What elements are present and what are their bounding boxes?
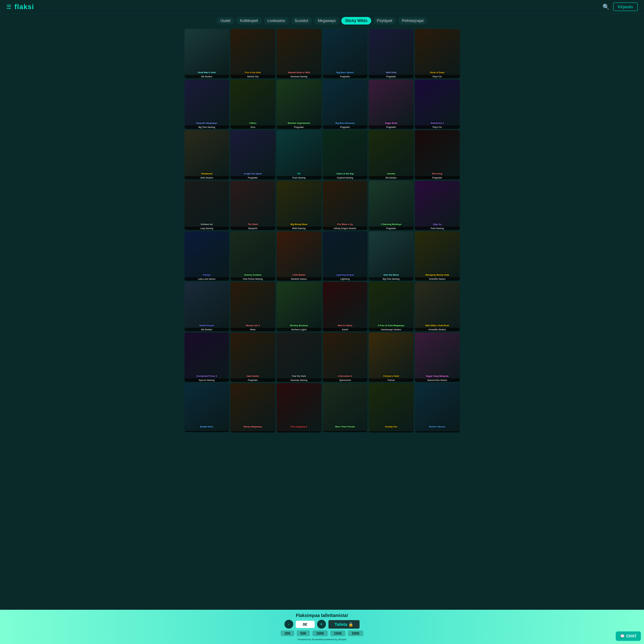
game-provider-label: Pragmatic — [323, 125, 368, 129]
deposit-preset-button[interactable]: 200€ — [348, 630, 363, 636]
game-card[interactable]: 9 Pots of Gold Megaways Gameburger Studi… — [369, 282, 414, 331]
deposit-preset-button[interactable]: 150€ — [330, 630, 345, 636]
game-card[interactable]: Deadwood All41 Studios — [184, 130, 229, 179]
game-provider-label — [369, 431, 414, 432]
game-card[interactable]: Chilli Master Realistic Games — [277, 231, 322, 281]
game-provider-label: All41 Studios — [184, 176, 229, 179]
header-right: 🔍 Kirjaudu — [603, 3, 638, 11]
game-card[interactable]: Ashoka Elk Studios — [369, 130, 414, 179]
game-card[interactable]: Monopoly Money Grab Scientific Games — [415, 231, 460, 281]
login-button[interactable]: Kirjaudu — [613, 3, 638, 11]
game-card[interactable]: Monster Superlanche Pragmatic — [277, 80, 322, 129]
game-card[interactable]: Lightning Eclipse Lightning — [323, 231, 368, 281]
game-provider-label: Pragmatic — [369, 125, 414, 129]
chat-label: CHAT — [626, 634, 636, 638]
game-card[interactable]: Fear the Dark Hacksaw Gaming — [277, 333, 322, 382]
game-provider-label: Play'n Go — [415, 75, 460, 78]
game-card[interactable]: The Stash Blueprint — [230, 181, 275, 230]
hamburger-icon[interactable]: ☰ — [6, 3, 11, 10]
game-card[interactable]: Fire Company 5 — [277, 383, 322, 432]
deposit-preset-button[interactable]: 20€ — [281, 630, 294, 636]
deposit-amount-input[interactable] — [296, 621, 315, 628]
game-provider-label: Eyecon Gaming — [184, 378, 229, 382]
game-provider-label: Leap Gaming — [184, 227, 229, 230]
deposit-controls: - + Talleta 🔒 — [284, 620, 360, 629]
game-card[interactable]: Reactoonz 2 Play'n Go — [415, 80, 460, 129]
game-card[interactable]: Wan Fu Rama Swintt — [323, 282, 368, 331]
game-card[interactable]: Big Bass Splash Pragmatic — [323, 29, 368, 78]
game-card[interactable]: Catch of the Day Inspired Gaming — [323, 130, 368, 179]
deposit-minus-button[interactable]: - — [284, 620, 293, 629]
game-provider-label: Big Time Gaming — [184, 125, 229, 129]
deposit-preset-button[interactable]: 100€ — [312, 630, 328, 636]
game-card[interactable]: Enchanted Prince II Eyecon Gaming — [184, 333, 229, 382]
game-card[interactable]: Jade Hunter Pragmatic — [230, 333, 275, 382]
game-provider-label: Realistic Games — [277, 277, 322, 281]
game-card[interactable]: Over the Moon Big Time Gaming — [369, 231, 414, 281]
game-card[interactable]: Wolf Gold Pragmatic — [369, 29, 414, 78]
game-card[interactable]: Greedy Fox — [369, 383, 414, 432]
game-card[interactable]: Wanted Dead or Wild Hacksaw Gaming — [277, 29, 322, 78]
game-card[interactable]: Big Bass Bonanza Pragmatic — [323, 80, 368, 129]
game-provider-label: Oros — [230, 125, 275, 129]
header-left: ☰ flaksi — [6, 3, 34, 11]
deposit-preset-button[interactable]: 50€ — [297, 630, 310, 636]
game-card[interactable]: Fire Blaze x Up Infinity Dragon Studios — [323, 181, 368, 230]
game-card[interactable]: Buster's Bones — [415, 383, 460, 432]
logo[interactable]: flaksi — [14, 3, 34, 11]
game-card[interactable]: Outlaws Inc Leap Gaming — [184, 181, 229, 230]
game-card[interactable]: Big Money Bass RAW iGaming — [277, 181, 322, 230]
game-provider-label: Lightning — [323, 277, 368, 281]
nav-tab-livekasino[interactable]: Livekasino — [264, 17, 289, 25]
nav-tab-megaways[interactable]: Megaways — [314, 17, 339, 25]
game-card[interactable]: Sugar Rush Pragmatic — [369, 80, 414, 129]
game-card[interactable]: Fortune's Gold Foxium — [369, 333, 414, 382]
game-card[interactable]: PD Push Gaming — [277, 130, 322, 179]
nav-tab-pöytäpeli[interactable]: Pöytäpeli — [373, 17, 396, 25]
game-card[interactable]: 3 Dancing Monkeys Pragmatic — [369, 181, 414, 230]
game-provider-label: Elk Studios — [369, 176, 414, 179]
deposit-presets: 20€50€100€150€200€ — [281, 630, 363, 636]
game-card[interactable]: Monkey Bonanza Northern Lights — [277, 282, 322, 331]
game-card[interactable]: Bubble Beez — [184, 383, 229, 432]
game-card[interactable]: Sugar Crazy Bonanza Hammertime Games — [415, 333, 460, 382]
nav-tab-kolikkopeli[interactable]: Kolikkopeli — [236, 17, 261, 25]
game-card[interactable]: Rabbit Royale Elk Studios — [184, 282, 229, 331]
game-card[interactable]: Popeye Lady Luck Games — [184, 231, 229, 281]
game-card[interactable]: Knight Hot Spotz Pragmatic — [230, 130, 275, 179]
game-provider-label: Pear Fiction Gaming — [230, 277, 275, 281]
game-card[interactable]: 9 Bass Oros — [230, 80, 275, 129]
game-card[interactable]: Granny Zombies Pear Fiction Gaming — [230, 231, 275, 281]
deposit-plus-button[interactable]: + — [317, 620, 326, 629]
game-provider-label: Pragmatic — [230, 378, 275, 382]
game-provider-label: Foxium — [369, 378, 414, 382]
chat-button[interactable]: 💬 CHAT — [616, 631, 641, 641]
game-provider-label: Hacksaw Gaming — [277, 378, 322, 382]
game-provider-label: Pragmatic — [230, 176, 275, 179]
game-card[interactable]: Giga Jar Push Gaming — [415, 181, 460, 230]
game-provider-label: Blueprint — [230, 227, 275, 230]
nav-tab-uudet[interactable]: Uudet — [217, 17, 234, 25]
game-provider-label: Northern Lights — [277, 328, 322, 331]
game-card[interactable]: Dead Man's Gold Elk Studios — [184, 29, 229, 78]
game-provider-label: Gameburger Studios — [369, 328, 414, 331]
game-provider-label — [415, 431, 460, 432]
game-provider-label: Big Time Gaming — [369, 277, 414, 281]
search-icon[interactable]: 🔍 — [603, 3, 609, 10]
nav-tab-suositut[interactable]: Suositut — [291, 17, 312, 25]
game-provider-label: Push Gaming — [415, 227, 460, 230]
game-card[interactable]: Rasputin Megaways Big Time Gaming — [184, 80, 229, 129]
nav-tab-sticky-wilds[interactable]: Sticky Wilds — [341, 17, 371, 25]
game-card[interactable]: Book of Dead Play'n Go — [415, 29, 460, 78]
game-card[interactable]: Reel King Pragmatic — [415, 130, 460, 179]
game-card[interactable]: Fire in the Hole Nolimit City — [230, 29, 275, 78]
game-card[interactable]: Wild Willy's Gold Rush Armadillo Studios — [415, 282, 460, 331]
game-card[interactable]: Money Megaways — [230, 383, 275, 432]
nav-tab-pelintarjoajat[interactable]: Pelintarjoajat — [398, 17, 427, 25]
game-card[interactable]: 4 Horsemen II Spinomenal — [323, 333, 368, 382]
game-provider-label: Armadillo Studios — [415, 328, 460, 331]
game-card[interactable]: Money Cart 3 Relax — [230, 282, 275, 331]
game-card[interactable]: More Than Friends — [323, 383, 368, 432]
deposit-button[interactable]: Talleta 🔒 — [328, 620, 360, 629]
game-provider-label: RAW iGaming — [277, 227, 322, 230]
